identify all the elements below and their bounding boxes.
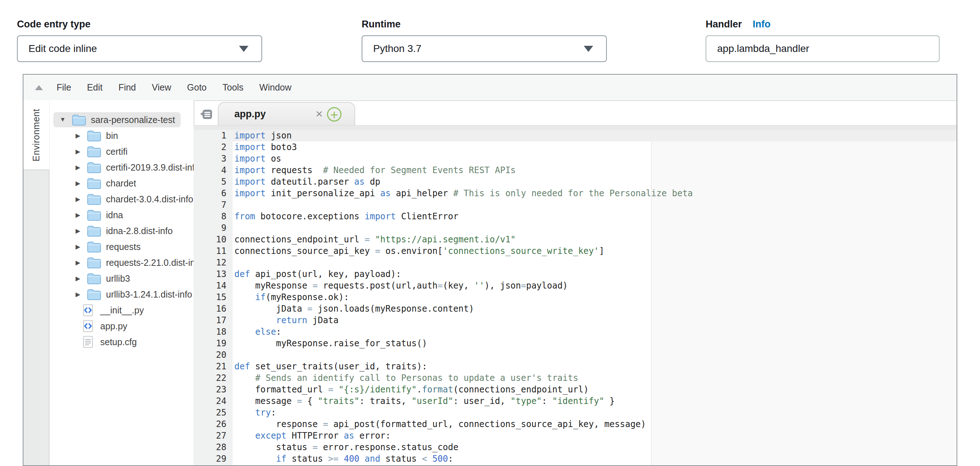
tree-item-pill: ▶requests-2.21.0.dist-info	[68, 255, 208, 270]
chevron-down-icon	[584, 46, 593, 52]
tree-item-bin[interactable]: ▶bin	[50, 128, 124, 143]
tree-item-chardet[interactable]: ▶chardet	[50, 175, 142, 191]
line-number: 5	[194, 176, 226, 188]
line-number: 16	[194, 303, 226, 315]
folder-icon	[86, 146, 101, 157]
code-line-21: def set_user_traits(user_id, traits):	[232, 361, 956, 372]
line-number: 3	[194, 153, 226, 164]
tab-app-py-label: app.py	[234, 103, 266, 125]
code-line-22: # Sends an identify call to Personas to …	[232, 372, 956, 384]
tree-item-certifi-2019-3-9-dist-info[interactable]: ▶certifi-2019.3.9.dist-info	[50, 159, 205, 175]
menu-item-view[interactable]: View	[152, 82, 171, 93]
sidebar-rail: Environment	[24, 100, 49, 465]
line-number: 22	[194, 372, 226, 384]
line-number: 15	[194, 291, 226, 303]
tree-item-pill: app.py	[68, 318, 133, 334]
tree-item-label: urllib3	[106, 274, 130, 284]
config-file-icon	[83, 336, 93, 348]
tree-collapsed-caret-icon[interactable]: ▶	[74, 227, 81, 235]
tree-item-label: requests-2.21.0.dist-info	[106, 258, 203, 268]
tree-collapsed-caret-icon[interactable]: ▶	[74, 291, 81, 298]
tree-item-pill: ▶idna-2.8.dist-info	[68, 223, 178, 239]
folder-icon	[86, 209, 101, 221]
tree-item-urllib3-1-24-1-dist-info[interactable]: ▶urllib3-1.24.1.dist-info	[50, 286, 198, 302]
sidebar-rail-lower	[24, 170, 49, 465]
tree-collapsed-caret-icon[interactable]: ▶	[74, 180, 81, 187]
menu-item-goto[interactable]: Goto	[187, 82, 207, 93]
runtime-select[interactable]: Python 3.7	[362, 35, 607, 62]
tree-item-app-py[interactable]: app.py	[50, 318, 133, 334]
tree-item-pill: __init__.py	[68, 302, 150, 318]
menu-item-tools[interactable]: Tools	[223, 82, 243, 93]
folder-icon	[86, 146, 101, 157]
line-number: 4	[194, 164, 226, 176]
line-number-gutter: 1234567891011121314151617181920212223242…	[194, 130, 232, 465]
menu-item-window[interactable]: Window	[259, 82, 291, 93]
line-number: 25	[194, 407, 226, 418]
new-tab-button[interactable]: +	[327, 107, 342, 122]
tab-list-icon[interactable]	[200, 108, 213, 121]
code-editor-content[interactable]: import jsonimport boto3import osimport r…	[232, 130, 956, 465]
file-tree: ▼sara-personalize-test▶bin▶certifi▶certi…	[49, 100, 194, 465]
code-line-7	[232, 199, 956, 211]
code-line-19: myResponse.raise_for_status()	[232, 337, 956, 349]
tree-collapsed-caret-icon[interactable]: ▶	[74, 275, 81, 282]
code-line-18: else:	[232, 326, 956, 337]
tree-item-idna-2-8-dist-info[interactable]: ▶idna-2.8.dist-info	[50, 223, 178, 239]
code-entry-type-select[interactable]: Edit code inline	[17, 35, 262, 62]
code-entry-type-value: Edit code inline	[29, 43, 97, 54]
runtime-label: Runtime	[362, 19, 401, 30]
menu-item-file[interactable]: File	[57, 82, 71, 93]
line-number: 9	[194, 222, 226, 234]
folder-icon	[86, 289, 101, 300]
tree-item-pill: setup.cfg	[68, 334, 142, 350]
tree-item-requests-2-21-0-dist-info[interactable]: ▶requests-2.21.0.dist-info	[50, 254, 208, 270]
line-number: 21	[194, 361, 226, 372]
tree-collapsed-caret-icon[interactable]: ▶	[74, 259, 81, 267]
menu-item-edit[interactable]: Edit	[87, 82, 102, 93]
code-line-28: status = error.response.status_code	[232, 442, 956, 453]
folder-icon	[86, 177, 101, 189]
folder-icon	[86, 130, 101, 142]
tree-item-idna[interactable]: ▶idna	[50, 207, 129, 223]
tree-expanded-caret-icon[interactable]: ▼	[59, 116, 66, 123]
tree-collapsed-caret-icon[interactable]: ▶	[74, 212, 81, 219]
line-number: 20	[194, 349, 226, 361]
tree-item-label: chardet-3.0.4.dist-info	[106, 194, 193, 205]
tree-item-certifi[interactable]: ▶certifi	[50, 143, 134, 159]
tree-collapsed-caret-icon[interactable]: ▶	[74, 148, 81, 156]
code-line-26: response = api_post(formatted_url, conne…	[232, 418, 956, 430]
tree-item-requests[interactable]: ▶requests	[50, 239, 146, 254]
tree-item-label: certifi-2019.3.9.dist-info	[106, 162, 200, 173]
code-line-8: from botocore.exceptions import ClientEr…	[232, 211, 956, 222]
line-number: 24	[194, 395, 226, 407]
folder-icon	[86, 209, 101, 221]
tree-item-urllib3[interactable]: ▶urllib3	[50, 270, 136, 286]
tree-item-chardet-3-0-4-dist-info[interactable]: ▶chardet-3.0.4.dist-info	[50, 191, 199, 207]
code-line-16: jData = json.loads(myResponse.content)	[232, 303, 956, 315]
tree-collapsed-caret-icon[interactable]: ▶	[74, 243, 81, 251]
chevron-down-icon	[239, 46, 248, 52]
code-line-17: return jData	[232, 315, 956, 326]
tree-collapsed-caret-icon[interactable]: ▶	[74, 164, 81, 171]
tree-item-pill: ▶requests	[68, 239, 146, 254]
line-number: 29	[194, 453, 226, 464]
folder-icon	[86, 241, 101, 253]
tree-collapsed-caret-icon[interactable]: ▶	[74, 196, 81, 203]
sidebar-tab-environment[interactable]: Environment	[24, 100, 49, 170]
menu-item-find[interactable]: Find	[118, 82, 136, 93]
line-number: 1	[194, 130, 226, 142]
handler-info-link[interactable]: Info	[753, 19, 770, 30]
tree-collapsed-caret-icon[interactable]: ▶	[74, 132, 81, 140]
code-entry-type-label: Code entry type	[17, 19, 91, 30]
tree-item-setup-cfg[interactable]: setup.cfg	[50, 334, 142, 350]
tree-item-pill: ▼sara-personalize-test	[53, 112, 181, 127]
tree-item-sara-personalize-test[interactable]: ▼sara-personalize-test	[50, 112, 181, 128]
code-line-27: except HTTPError as error:	[232, 430, 956, 442]
tree-item--init-py[interactable]: __init__.py	[50, 302, 150, 318]
tree-item-label: idna-2.8.dist-info	[106, 226, 173, 236]
collapse-menu-icon[interactable]	[35, 85, 43, 90]
handler-input[interactable]: app.lambda_handler	[706, 35, 940, 62]
code-line-12	[232, 257, 956, 268]
tab-close-icon[interactable]: ×	[315, 103, 323, 125]
